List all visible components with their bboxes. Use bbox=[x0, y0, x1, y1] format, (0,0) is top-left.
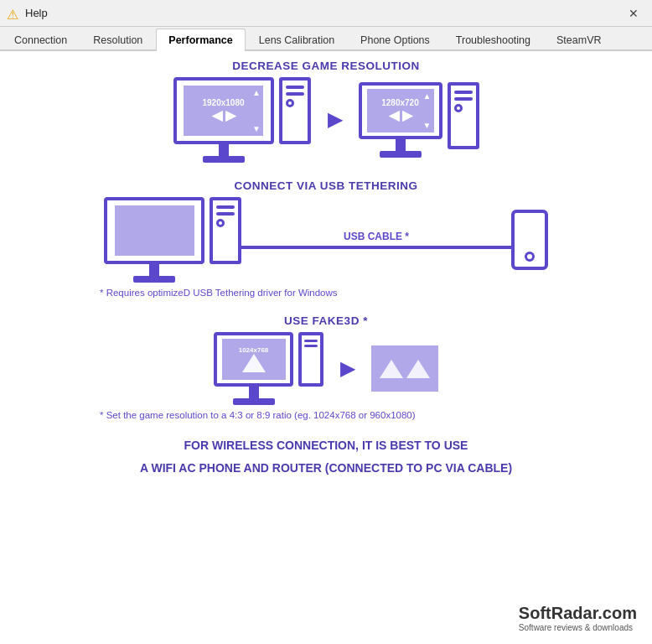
fake3d-arrow-icon: ▶ bbox=[340, 358, 354, 380]
usb-note: * Requires optimizeD USB Tethering drive… bbox=[33, 288, 619, 298]
triangle-right bbox=[406, 360, 430, 378]
usb-cable-line bbox=[241, 246, 511, 249]
usb-tower-circle bbox=[216, 219, 225, 227]
monitor-stand-left bbox=[219, 144, 229, 156]
fake3d-output bbox=[371, 345, 438, 392]
usb-tower-line-1 bbox=[216, 205, 235, 209]
arrow-down-left: ▼ bbox=[252, 124, 261, 133]
tower-right bbox=[448, 82, 479, 149]
computer-left: 1920x1080 ◀ ▶ ▲ ▼ bbox=[173, 77, 274, 163]
fake3d-screen: 1024x768 bbox=[222, 339, 286, 380]
fake3d-tower-line-1 bbox=[304, 340, 318, 342]
usb-monitor bbox=[104, 197, 204, 264]
fake3d-title: USE FAKE3D * bbox=[284, 314, 368, 327]
tab-lens-calibration[interactable]: Lens Calibration bbox=[246, 29, 347, 51]
watermark: SoftRadar.com Software reviews & downloa… bbox=[512, 600, 644, 636]
wireless-line2: A WIFI AC PHONE AND ROUTER (CONNECTED TO… bbox=[140, 460, 512, 477]
right-arrow-icon: ▶ bbox=[328, 109, 342, 131]
triangle-left bbox=[380, 360, 403, 378]
tab-phone-options[interactable]: Phone Options bbox=[348, 29, 442, 51]
arrow-right-icon: ▶ bbox=[225, 107, 235, 123]
title-bar-icon: ⚠ bbox=[7, 7, 20, 20]
arrow-left-icon-2: ◀ bbox=[389, 107, 399, 123]
fake3d-stand bbox=[249, 387, 259, 398]
tower-line-4 bbox=[454, 97, 473, 101]
triangle-icon bbox=[242, 354, 266, 372]
tower-line-2 bbox=[286, 92, 304, 96]
usb-monitor-base bbox=[133, 276, 175, 283]
fake3d-note: * Set the game resolution to a 4:3 or 8:… bbox=[33, 410, 619, 420]
res-from-label: 1920x1080 bbox=[202, 98, 244, 107]
monitor-base-right bbox=[380, 151, 422, 158]
fake3d-tower-line-2 bbox=[304, 345, 318, 347]
usb-cable-container: USB CABLE * bbox=[241, 231, 511, 249]
usb-computer bbox=[104, 197, 204, 283]
tower-line-1 bbox=[286, 86, 304, 89]
title-bar: ⚠ Help ✕ bbox=[0, 0, 652, 27]
tab-steamvr[interactable]: SteamVR bbox=[544, 29, 614, 51]
usb-diagram: USB CABLE * bbox=[96, 197, 556, 283]
usb-monitor-stand bbox=[149, 264, 159, 276]
fake3d-tower bbox=[298, 332, 323, 387]
arrow-down-right: ▼ bbox=[423, 121, 432, 130]
computer-right-group: 1280x720 ◀ ▶ ▲ ▼ bbox=[359, 82, 479, 158]
tab-troubleshooting[interactable]: Troubleshooting bbox=[443, 29, 543, 51]
tower-left bbox=[279, 77, 311, 144]
triangle-group bbox=[380, 360, 430, 378]
phone-icon bbox=[511, 210, 548, 270]
decrease-res-diagram: 1920x1080 ◀ ▶ ▲ ▼ bbox=[173, 77, 479, 163]
monitor-base-left bbox=[203, 156, 245, 163]
tab-resolution[interactable]: Resolution bbox=[80, 29, 155, 51]
content-area: DECREASE GAME RESOLUTION 1920x1080 ◀ ▶ bbox=[0, 51, 652, 638]
usb-computer-group bbox=[104, 197, 241, 283]
monitor-right: 1280x720 ◀ ▶ ▲ ▼ bbox=[359, 82, 442, 139]
res-to-label: 1280x720 bbox=[381, 98, 419, 107]
section-fake3d: USE FAKE3D * 1024x768 bbox=[33, 314, 619, 428]
arrow-up-left: ▲ bbox=[252, 88, 261, 97]
arrow-right-icon-2: ▶ bbox=[402, 107, 412, 123]
content-inner: DECREASE GAME RESOLUTION 1920x1080 ◀ ▶ bbox=[16, 51, 636, 638]
usb-tower-line-2 bbox=[216, 212, 235, 216]
fake3d-diagram: 1024x768 ▶ bbox=[214, 332, 438, 405]
section-decrease-resolution: DECREASE GAME RESOLUTION 1920x1080 ◀ ▶ bbox=[33, 60, 619, 171]
decrease-res-title: DECREASE GAME RESOLUTION bbox=[232, 60, 420, 72]
computer-left-group: 1920x1080 ◀ ▶ ▲ ▼ bbox=[173, 77, 311, 163]
fake3d-monitor: 1024x768 bbox=[214, 332, 293, 387]
computer-right: 1280x720 ◀ ▶ ▲ ▼ bbox=[359, 82, 442, 158]
screen-right: 1280x720 ◀ ▶ ▲ ▼ bbox=[367, 89, 434, 132]
usb-tower bbox=[210, 197, 241, 264]
fake3d-computer: 1024x768 bbox=[214, 332, 293, 405]
section-usb-tethering: CONNECT VIA USB TETHERING bbox=[33, 179, 619, 306]
tower-line-3 bbox=[454, 91, 473, 94]
tower-circle-2 bbox=[454, 104, 463, 112]
monitor-left: 1920x1080 ◀ ▶ ▲ ▼ bbox=[173, 77, 274, 144]
watermark-subtitle: Software reviews & downloads bbox=[519, 623, 637, 632]
screen-left: 1920x1080 ◀ ▶ ▲ ▼ bbox=[184, 86, 263, 136]
title-bar-title: Help bbox=[25, 7, 48, 19]
tab-bar: Connection Resolution Performance Lens C… bbox=[0, 27, 652, 51]
tab-performance[interactable]: Performance bbox=[156, 29, 245, 51]
close-button[interactable]: ✕ bbox=[622, 2, 645, 25]
tower-circle bbox=[286, 99, 294, 107]
arrow-left-icon: ◀ bbox=[212, 107, 222, 123]
section-wireless: FOR WIRELESS CONNECTION, IT IS BEST TO U… bbox=[33, 437, 619, 486]
title-bar-left: ⚠ Help bbox=[7, 7, 48, 20]
arrow-up-right: ▲ bbox=[423, 91, 432, 101]
fake3d-computer-group: 1024x768 bbox=[214, 332, 323, 405]
monitor-stand-right bbox=[396, 139, 406, 151]
fake3d-res: 1024x768 bbox=[239, 346, 269, 354]
phone-button bbox=[525, 252, 535, 262]
fake3d-base bbox=[233, 398, 275, 405]
usb-title: CONNECT VIA USB TETHERING bbox=[234, 179, 417, 192]
screen-arrows-right: ◀ ▶ bbox=[389, 107, 412, 123]
usb-cable-label: USB CABLE * bbox=[344, 231, 409, 242]
wireless-line1: FOR WIRELESS CONNECTION, IT IS BEST TO U… bbox=[184, 437, 468, 454]
watermark-title: SoftRadar.com bbox=[519, 604, 637, 623]
screen-arrows-left: ◀ ▶ bbox=[212, 107, 235, 123]
usb-screen bbox=[115, 205, 194, 256]
tab-connection[interactable]: Connection bbox=[2, 29, 80, 51]
